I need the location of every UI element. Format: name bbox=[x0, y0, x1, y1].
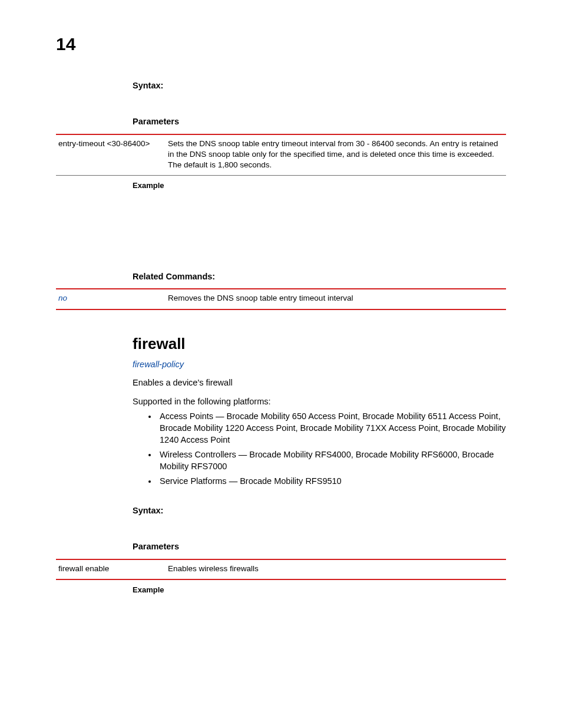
example-label-2: Example bbox=[133, 585, 506, 595]
example-placeholder bbox=[133, 195, 506, 265]
related-desc: Removes the DNS snoop table entry timeou… bbox=[168, 289, 506, 309]
supported-intro: Supported in the following platforms: bbox=[133, 396, 506, 408]
page: 14 Syntax: Parameters entry-timeout <30-… bbox=[0, 0, 562, 728]
page-number: 14 bbox=[56, 32, 506, 57]
intro-text: Enables a device's firewall bbox=[133, 377, 506, 389]
firewall-policy-link-text: firewall-policy bbox=[133, 360, 184, 369]
table-row: no Removes the DNS snoop table entry tim… bbox=[56, 289, 506, 309]
section-2-footer: Example bbox=[133, 585, 506, 595]
list-item: Service Platforms — Brocade Mobility RFS… bbox=[157, 476, 506, 487]
parameters-label-2: Parameters bbox=[133, 541, 506, 553]
param-desc: Sets the DNS snoop table entry timeout i… bbox=[168, 134, 506, 176]
syntax-label: Syntax: bbox=[133, 80, 506, 92]
list-item: Access Points — Brocade Mobility 650 Acc… bbox=[157, 411, 506, 446]
param-desc-2: Enables wireless firewalls bbox=[168, 559, 506, 579]
related-commands-label: Related Commands: bbox=[133, 271, 506, 283]
section-1-body: Example Related Commands: bbox=[133, 180, 506, 282]
related-commands-table: no Removes the DNS snoop table entry tim… bbox=[56, 288, 506, 309]
related-name: no bbox=[56, 289, 168, 309]
section-1-header: Syntax: Parameters bbox=[133, 80, 506, 128]
example-label: Example bbox=[133, 180, 506, 191]
parameters-table-2: firewall enable Enables wireless firewal… bbox=[56, 559, 506, 580]
section-2: firewall firewall-policy Enables a devic… bbox=[133, 334, 506, 553]
section-heading: firewall bbox=[133, 334, 506, 354]
table-row: firewall enable Enables wireless firewal… bbox=[56, 559, 506, 579]
platform-list: Access Points — Brocade Mobility 650 Acc… bbox=[133, 411, 506, 487]
parameters-label: Parameters bbox=[133, 116, 506, 128]
table-row: entry-timeout <30-86400> Sets the DNS sn… bbox=[56, 134, 506, 176]
parameters-table-1: entry-timeout <30-86400> Sets the DNS sn… bbox=[56, 134, 506, 176]
param-name: entry-timeout <30-86400> bbox=[56, 134, 168, 176]
list-item: Wireless Controllers — Brocade Mobility … bbox=[157, 449, 506, 472]
table-row bbox=[56, 176, 506, 176]
param-name-2: firewall enable bbox=[56, 559, 168, 579]
firewall-policy-link[interactable]: firewall-policy bbox=[133, 359, 506, 371]
syntax-label-2: Syntax: bbox=[133, 505, 506, 517]
related-link[interactable]: no bbox=[58, 294, 67, 302]
